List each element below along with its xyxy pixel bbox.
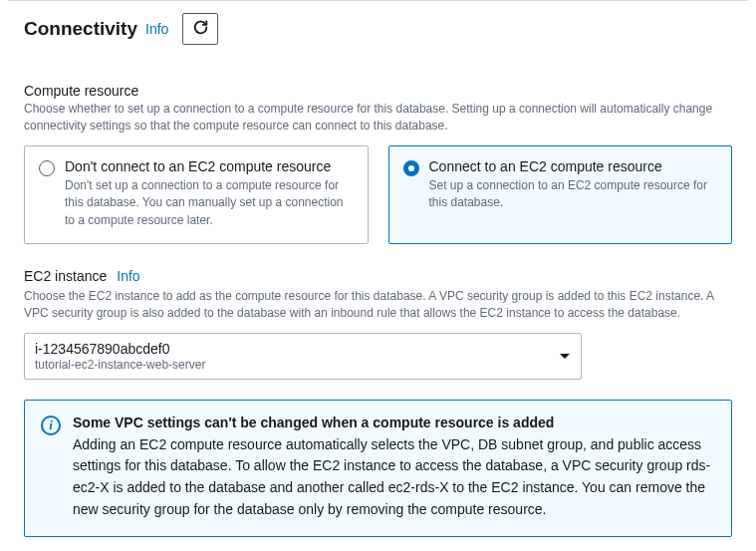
panel-header: Connectivity Info (0, 1, 756, 63)
option-desc: Don't set up a connection to a compute r… (65, 177, 354, 229)
ec2-instance-select[interactable]: i-1234567890abcdef0 tutorial-ec2-instanc… (24, 333, 582, 380)
ec2-instance-section: EC2 instance Info Choose the EC2 instanc… (24, 268, 732, 380)
header-info-link[interactable]: Info (145, 21, 168, 37)
compute-resource-label: Compute resource (24, 83, 732, 99)
compute-resource-desc: Choose whether to set up a connection to… (24, 101, 732, 136)
notice-title: Some VPC settings can't be changed when … (73, 414, 715, 430)
refresh-button[interactable] (182, 13, 218, 45)
radio-icon (39, 160, 55, 176)
select-subtext: tutorial-ec2-instance-web-server (35, 358, 549, 372)
compute-resource-options: Don't connect to an EC2 compute resource… (24, 145, 732, 244)
compute-resource-section: Compute resource Choose whether to set u… (24, 83, 732, 244)
info-icon: i (41, 415, 61, 435)
radio-icon (403, 160, 419, 176)
chevron-down-icon (559, 348, 571, 364)
ec2-instance-info-link[interactable]: Info (117, 268, 139, 284)
option-connect-ec2[interactable]: Connect to an EC2 compute resource Set u… (388, 145, 733, 244)
notice-body: Adding an EC2 compute resource automatic… (73, 434, 715, 521)
vpc-settings-notice: i Some VPC settings can't be changed whe… (24, 400, 732, 538)
option-dont-connect[interactable]: Don't connect to an EC2 compute resource… (24, 145, 369, 244)
refresh-icon (192, 19, 209, 39)
ec2-instance-desc: Choose the EC2 instance to add as the co… (24, 288, 732, 323)
select-value: i-1234567890abcdef0 (35, 341, 549, 357)
panel-title: Connectivity (24, 18, 137, 40)
option-desc: Set up a connection to an EC2 compute re… (429, 177, 718, 212)
option-title: Connect to an EC2 compute resource (429, 158, 718, 174)
option-title: Don't connect to an EC2 compute resource (65, 158, 354, 174)
ec2-instance-label: EC2 instance (24, 268, 107, 284)
